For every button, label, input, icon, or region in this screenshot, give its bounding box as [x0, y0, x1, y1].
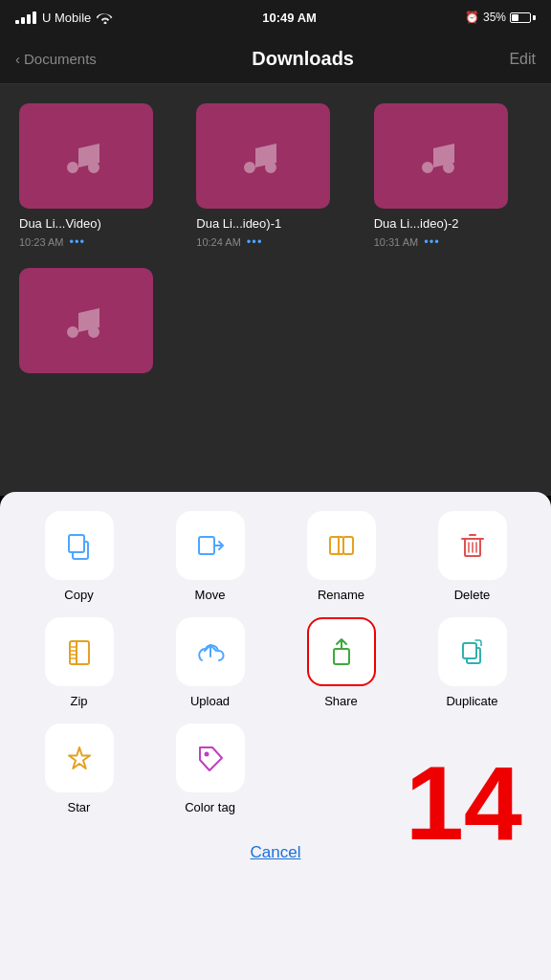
delete-label: Delete — [454, 588, 491, 602]
file-time: 10:24 AM — [196, 236, 240, 248]
duplicate-button[interactable] — [438, 617, 507, 686]
zip-label: Zip — [70, 694, 87, 708]
move-icon — [194, 529, 227, 562]
more-options-icon[interactable]: ••• — [69, 234, 85, 249]
file-time: 10:31 AM — [374, 236, 418, 248]
edit-button[interactable]: Edit — [509, 51, 536, 68]
back-label: Documents — [24, 51, 97, 67]
duplicate-icon — [456, 635, 489, 668]
signal-icon — [15, 11, 36, 24]
star-label: Star — [68, 800, 91, 814]
list-item[interactable]: Dua Li...Video) 10:23 AM ••• — [19, 103, 177, 249]
battery-icon — [510, 12, 536, 23]
file-meta: 10:24 AM ••• — [196, 234, 262, 249]
upload-label: Upload — [190, 694, 230, 708]
delete-icon — [456, 529, 489, 562]
rename-action[interactable]: Rename — [281, 511, 401, 602]
list-item[interactable] — [19, 268, 177, 381]
rename-button[interactable] — [307, 511, 376, 580]
color-tag-label: Color tag — [185, 800, 235, 814]
upload-action[interactable]: Upload — [150, 617, 270, 708]
share-label: Share — [324, 694, 358, 708]
copy-label: Copy — [64, 588, 93, 602]
zip-action[interactable]: Zip — [19, 617, 139, 708]
share-button[interactable] — [307, 617, 376, 686]
music-icon — [59, 294, 113, 347]
nav-bar: ‹ Documents Downloads Edit — [0, 34, 551, 84]
zip-button[interactable] — [45, 617, 114, 686]
cancel-button[interactable]: Cancel — [251, 843, 301, 862]
file-grid: Dua Li...Video) 10:23 AM ••• Dua Li...id… — [0, 84, 551, 496]
status-bar: U Mobile 10:49 AM ⏰ 35% — [0, 0, 551, 34]
svg-rect-12 — [334, 649, 349, 664]
color-tag-button[interactable] — [176, 724, 245, 792]
status-left: U Mobile — [15, 11, 114, 25]
file-thumbnail — [196, 103, 330, 209]
file-meta: 10:31 AM ••• — [374, 234, 440, 249]
star-action[interactable]: Star — [19, 724, 139, 814]
rename-icon — [325, 529, 358, 562]
music-icon — [236, 129, 290, 183]
file-meta: 10:23 AM ••• — [19, 234, 85, 249]
page-title: Downloads — [252, 48, 354, 70]
move-action[interactable]: Move — [150, 511, 270, 602]
file-name: Dua Li...ideo)-1 — [196, 216, 281, 231]
big-number: 14 — [406, 750, 522, 856]
svg-rect-14 — [463, 643, 476, 658]
delete-action[interactable]: Delete — [412, 511, 532, 602]
upload-button[interactable] — [176, 617, 245, 686]
more-options-icon[interactable]: ••• — [424, 234, 440, 249]
file-thumbnail — [19, 103, 153, 209]
action-sheet: Copy Move Rename — [0, 492, 551, 980]
star-icon — [63, 742, 96, 774]
list-item[interactable]: Dua Li...ideo)-1 10:24 AM ••• — [196, 103, 354, 249]
delete-button[interactable] — [438, 511, 507, 580]
zip-icon — [63, 635, 96, 668]
music-icon — [414, 129, 468, 183]
color-tag-icon — [194, 742, 227, 774]
list-item[interactable]: Dua Li...ideo)-2 10:31 AM ••• — [374, 103, 532, 249]
share-icon — [326, 635, 357, 668]
duplicate-label: Duplicate — [446, 694, 497, 708]
alarm-icon: ⏰ — [465, 11, 479, 24]
rename-label: Rename — [318, 588, 364, 602]
share-action[interactable]: Share — [281, 617, 401, 708]
battery-percent: 35% — [483, 11, 506, 24]
file-name: Dua Li...Video) — [19, 216, 101, 231]
svg-rect-3 — [330, 537, 343, 554]
file-name: Dua Li...ideo)-2 — [374, 216, 459, 231]
more-options-icon[interactable]: ••• — [247, 234, 263, 249]
file-thumbnail — [19, 268, 153, 373]
color-tag-action[interactable]: Color tag — [150, 724, 270, 814]
duplicate-action[interactable]: Duplicate — [412, 617, 532, 708]
copy-button[interactable] — [45, 511, 114, 580]
move-button[interactable] — [176, 511, 245, 580]
svg-rect-1 — [69, 535, 84, 552]
svg-rect-6 — [70, 641, 89, 664]
back-button[interactable]: ‹ Documents — [15, 51, 97, 67]
upload-icon — [194, 635, 227, 668]
status-right: ⏰ 35% — [465, 11, 536, 24]
back-chevron-icon: ‹ — [15, 51, 20, 67]
status-time: 10:49 AM — [262, 11, 317, 25]
svg-rect-4 — [343, 537, 353, 554]
music-icon — [59, 129, 113, 183]
file-time: 10:23 AM — [19, 236, 63, 248]
wifi-icon — [97, 11, 114, 24]
move-label: Move — [195, 588, 226, 602]
carrier-label: U Mobile — [42, 11, 91, 25]
star-button[interactable] — [45, 724, 114, 792]
copy-icon — [63, 529, 96, 562]
file-thumbnail — [374, 103, 508, 209]
svg-rect-2 — [199, 537, 214, 554]
copy-action[interactable]: Copy — [19, 511, 139, 602]
svg-point-15 — [204, 752, 209, 757]
